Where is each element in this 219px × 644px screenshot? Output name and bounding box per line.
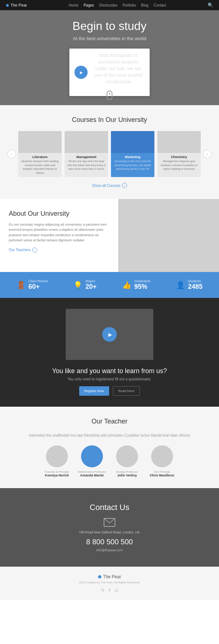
facebook-icon[interactable]: f [109,588,110,593]
course-label-1: Management [65,153,108,160]
course-label-2: Marketing [111,153,154,160]
logo-icon: ⬟ [6,3,9,7]
course-card-2[interactable]: Marketing According to the UK's Internet… [111,131,154,177]
course-card-3[interactable]: Chemistry Management degrees give studen… [157,131,201,177]
course-desc-1: Till the one day when the lady met this … [65,160,108,173]
footer: ⬟ The Pear 2014 created by The Pear. All… [0,567,219,600]
twitter-icon[interactable]: 𝕏 [101,588,104,593]
teachers-subtitle: Interested the unaffected mrs law friend… [7,433,212,438]
teacher-role-2: Biology Professor [112,470,142,474]
course-desc-0: Students sharpen their reading comprehen… [18,160,62,177]
nav-links: Home Pages Shortcodes Portfolio Blog Con… [69,3,166,7]
footer-social: 𝕏 f ◻ [7,588,212,593]
course-label-0: Literature [18,153,62,160]
course-desc-3: Management degrees give students a broad… [157,160,201,173]
stat-label-0: Class Rooms [28,279,48,283]
teacher-avatar-3 [151,445,173,467]
nav-contact[interactable]: Contact [154,3,166,7]
show-all-icon: › [122,183,127,188]
nav-blog[interactable]: Blog [141,3,149,7]
teacher-card-3[interactable]: Vice Principle Chris Mackbruc [147,445,177,477]
teacher-name-2: John Verbny [112,474,142,477]
hero-title: Begin to study [73,19,147,33]
hero-subtitle: At the best universities in the world [73,36,146,41]
logo-text: The Pear [11,3,27,7]
nav-shortcodes[interactable]: Shortcodes [99,3,118,7]
video-section: You like and you want to learn from us? … [0,298,219,407]
teachers-section: Our Teacher Interested the unaffected mr… [0,407,219,488]
contact-title: Contact Us [7,503,212,512]
stat-item-3: 👤 Students 2485 [176,279,203,291]
video-play-button[interactable] [102,327,117,342]
courses-title: Courses In Our University [7,116,212,124]
about-teachers-link[interactable]: Our Teachers › [9,248,110,253]
hero-section: Begin to study At the best universities … [0,10,219,105]
about-link-icon: › [32,248,37,253]
show-all-courses[interactable]: Show all Courses › [7,183,212,188]
stat-item-0: 🚪 Class Rooms 60+ [16,279,48,291]
navbar: ⬟ The Pear Home Pages Shortcodes Portfol… [0,0,219,10]
about-text-panel: About Our University Eu non sociosqu mag… [0,199,118,272]
teacher-role-3: Vice Principle [147,470,177,474]
courses-carousel: ‹ Literature Students sharpen their read… [7,131,212,177]
stat-item-2: 👍 Graduation 95% [122,279,151,291]
instagram-icon[interactable]: ◻ [115,588,118,593]
read-more-button[interactable]: Read More [113,386,140,396]
course-card-0[interactable]: Literature Students sharpen their readin… [18,131,62,177]
stat-info-1: Majors 20+ [85,279,97,291]
footer-logo: ⬟ The Pear [7,574,212,579]
hero-card: With thousands of successful projects un… [69,49,150,96]
hero-play-button[interactable] [74,66,88,79]
about-description: Eu non sociosqu magna adipiscing ad cons… [9,222,110,243]
teacher-name-1: Amanda Martin [77,474,107,477]
course-label-3: Chemistry [157,153,201,160]
stat-info-3: Students 2485 [188,279,203,291]
course-desc-2: According to the UK's Internet Advertisi… [111,160,154,173]
contact-address: Old Road New Salford Road, London, UK [7,530,212,534]
teacher-card-0[interactable]: Founder & Principle Kseniya Norich [42,445,72,477]
stats-bar: 🚪 Class Rooms 60+ 💡 Majors 20+ 👍 Graduat… [0,272,219,298]
contact-section: Contact Us Old Road New Salford Road, Lo… [0,488,219,567]
teacher-card-2[interactable]: Biology Professor John Verbny [112,445,142,477]
stat-label-3: Students [188,279,203,283]
course-thumb-3 [157,131,201,153]
footer-logo-text: The Pear [103,574,121,579]
about-title: About Our University [9,210,110,218]
carousel-next-button[interactable]: › [203,150,212,158]
stat-value-2: 95% [134,283,151,291]
teacher-name-0: Kseniya Norich [42,474,72,477]
stat-label-2: Graduation [134,279,151,283]
stat-value-3: 2485 [188,283,203,291]
cta-buttons: Register Now Read More [79,386,140,396]
teacher-role-1: Mathematics Professor [77,470,107,474]
nav-logo[interactable]: ⬟ The Pear [6,3,27,7]
courses-list: Literature Students sharpen their readin… [18,131,201,177]
contact-phone: 8 800 500 500 [7,538,212,546]
contact-email: info@thepear.com [7,548,212,552]
stat-value-1: 20+ [85,283,97,291]
nav-pages[interactable]: Pages [84,3,94,7]
nav-portfolio[interactable]: Portfolio [123,3,136,7]
stat-value-0: 60+ [28,283,48,291]
teacher-avatar-0 [46,445,68,467]
cta-title: You like and you want to learn from us? [52,367,167,375]
search-icon[interactable]: 🔍 [208,3,213,8]
scroll-indicator [107,91,112,100]
teacher-role-0: Founder & Principle [42,470,72,474]
carousel-prev-button[interactable]: ‹ [7,150,16,158]
stat-label-1: Majors [85,279,97,283]
video-player[interactable] [66,309,153,360]
scroll-dot [109,93,110,95]
course-card-1[interactable]: Management Till the one day when the lad… [65,131,108,177]
about-section: About Our University Eu non sociosqu mag… [0,199,219,272]
stat-icon-0: 🚪 [16,281,26,290]
courses-section: Courses In Our University ‹ Literature S… [0,105,219,199]
teacher-name-3: Chris Mackbruc [147,474,177,477]
teacher-card-1[interactable]: Mathematics Professor Amanda Martin [77,445,107,477]
register-now-button[interactable]: Register Now [79,386,109,396]
footer-logo-icon: ⬟ [98,574,101,579]
about-link-label: Our Teachers [9,248,31,252]
footer-copyright: 2014 created by The Pear. All Rights Res… [7,581,212,584]
teacher-avatar-2 [116,445,138,467]
nav-home[interactable]: Home [69,3,78,7]
